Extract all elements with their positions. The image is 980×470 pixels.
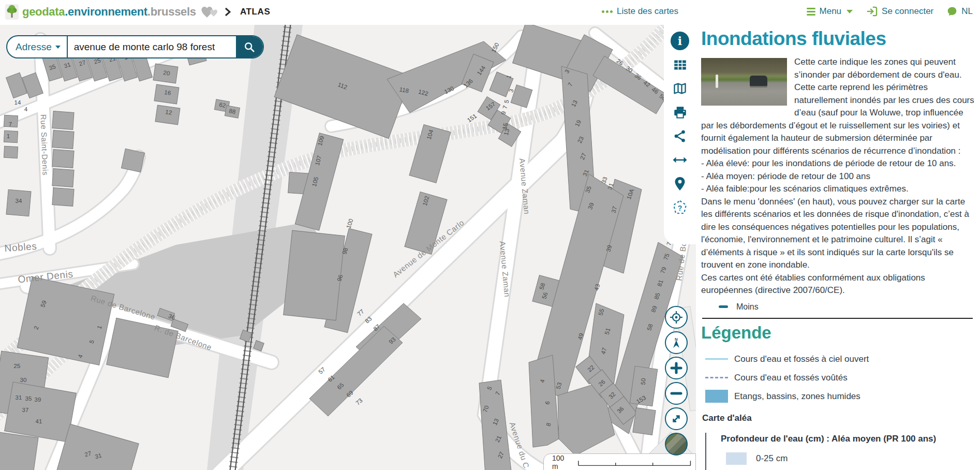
minus-icon bbox=[719, 305, 728, 308]
basemap bbox=[0, 25, 696, 470]
nav-liste-des-cartes-label: Liste des cartes bbox=[617, 6, 678, 17]
legend-subsection-title: Carte d'aléa bbox=[702, 413, 975, 423]
info-button[interactable]: i bbox=[669, 29, 691, 53]
nav-se-connecter[interactable]: Se connecter bbox=[866, 6, 933, 17]
print-button[interactable] bbox=[669, 100, 691, 124]
map-toolbar: i bbox=[664, 25, 696, 244]
swipe-button[interactable] bbox=[669, 148, 691, 172]
zoom-in-button[interactable] bbox=[665, 357, 688, 379]
legend-group-swatch bbox=[726, 452, 747, 465]
nav-language-label: NL bbox=[961, 6, 973, 17]
legend-group-label: 0-25 cm bbox=[756, 453, 788, 464]
search-input[interactable] bbox=[68, 36, 236, 57]
breadcrumb-chevron-icon bbox=[225, 7, 231, 17]
map-icon bbox=[673, 81, 687, 96]
page-title: Inondations fluviales bbox=[701, 28, 975, 50]
moins-label: Moins bbox=[736, 302, 759, 312]
legend-group-title: Profondeur de l'eau (cm) : Aléa moyen (P… bbox=[721, 434, 975, 444]
minus-icon bbox=[670, 387, 682, 400]
menu-hamburger-icon bbox=[807, 8, 815, 16]
data-table-button[interactable] bbox=[669, 53, 691, 77]
nav-language-nl[interactable]: NL bbox=[947, 6, 973, 17]
speech-bubble-icon bbox=[947, 6, 957, 17]
legend-swatch-dash bbox=[705, 377, 728, 378]
search-button[interactable] bbox=[236, 36, 263, 57]
scale-label: 100 m bbox=[552, 454, 570, 470]
tree-logo-icon bbox=[5, 4, 20, 20]
compass-button[interactable]: N bbox=[665, 331, 688, 354]
search-category-label: Adresse bbox=[16, 41, 52, 53]
legend-group-item: 0-25 cm bbox=[721, 452, 975, 465]
geolocate-button[interactable] bbox=[665, 306, 688, 329]
geolocate-icon bbox=[670, 311, 683, 324]
search-bar: Adresse bbox=[6, 35, 264, 58]
arrows-horizontal-icon bbox=[673, 155, 687, 165]
plus-icon bbox=[670, 362, 682, 374]
map-canvas[interactable]: Rue Saint-DenisNoblesOmer DenisRue de Ba… bbox=[0, 25, 696, 470]
info-icon: i bbox=[678, 34, 682, 48]
location-button[interactable] bbox=[669, 172, 691, 196]
search-icon bbox=[244, 41, 255, 53]
legend-group: Profondeur de l'eau (cm) : Aléa moyen (P… bbox=[705, 433, 975, 470]
identify-button[interactable]: ? bbox=[669, 196, 691, 219]
share-icon bbox=[673, 129, 687, 143]
legend-swatch-rect bbox=[705, 390, 728, 403]
compass-north-icon: N bbox=[670, 336, 683, 349]
nav-menu-label: Menu bbox=[820, 6, 842, 17]
legend-label: Etangs, bassins, zones humides bbox=[734, 391, 860, 402]
brand-text: geodata.environnement.brussels bbox=[22, 5, 196, 19]
location-pin-icon bbox=[674, 177, 686, 191]
divider bbox=[702, 318, 973, 319]
legend-swatch-line bbox=[705, 358, 728, 360]
fullscreen-button[interactable] bbox=[665, 407, 688, 430]
chevron-down-icon bbox=[847, 10, 853, 13]
legend-item: Etangs, bassins, zones humides bbox=[701, 387, 975, 406]
legend-item: Cours d'eau et fossés à ciel ouvert bbox=[701, 350, 975, 369]
zoom-out-button[interactable] bbox=[665, 382, 688, 405]
chevron-down-icon bbox=[55, 46, 61, 49]
header: geodata.environnement.brussels ATLAS Lis… bbox=[0, 0, 980, 25]
brand-logo[interactable]: geodata.environnement.brussels bbox=[5, 4, 218, 20]
map-controls: N bbox=[665, 306, 688, 456]
legend-list: Cours d'eau et fossés à ciel ouvertCours… bbox=[701, 350, 975, 406]
legend-label: Cours d'eau et fossés voûtés bbox=[734, 373, 848, 383]
scale-bar: 100 m bbox=[543, 453, 696, 470]
search-category-dropdown[interactable]: Adresse bbox=[7, 36, 68, 57]
breadcrumb-atlas: ATLAS bbox=[240, 7, 270, 17]
aerial-view-toggle[interactable] bbox=[665, 433, 688, 456]
scale-ruler-icon bbox=[577, 457, 695, 468]
legend-label: Cours d'eau et fossés à ciel ouvert bbox=[734, 354, 869, 364]
login-icon bbox=[866, 6, 878, 17]
share-button[interactable] bbox=[669, 124, 691, 148]
table-icon bbox=[673, 58, 687, 72]
question-icon: ? bbox=[678, 204, 682, 212]
flood-photo bbox=[701, 58, 787, 106]
expand-arrows-icon bbox=[670, 413, 682, 425]
nav-se-connecter-label: Se connecter bbox=[882, 6, 933, 17]
info-panel: Inondations fluviales Cette carte indiqu… bbox=[696, 25, 980, 470]
printer-icon bbox=[673, 106, 687, 120]
legend-title: Légende bbox=[701, 323, 975, 343]
basemap-button[interactable] bbox=[669, 77, 691, 100]
collapse-moins-button[interactable]: Moins bbox=[719, 302, 975, 312]
nav-menu[interactable]: Menu bbox=[807, 6, 853, 17]
nav-liste-des-cartes[interactable]: Liste des cartes bbox=[602, 6, 678, 17]
legend-item: Cours d'eau et fossés voûtés bbox=[701, 369, 975, 387]
list-dots-icon bbox=[602, 10, 613, 13]
app: geodata.environnement.brussels ATLAS Lis… bbox=[0, 0, 980, 470]
